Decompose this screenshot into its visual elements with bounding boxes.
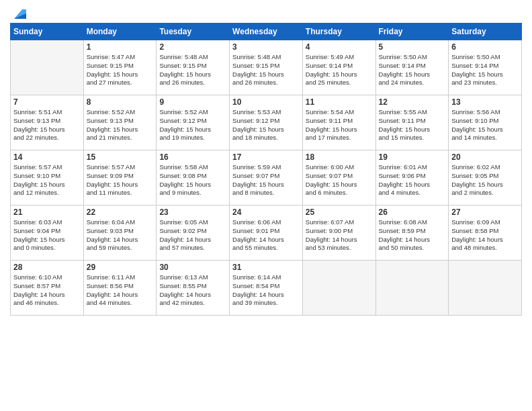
day-number: 24 — [232, 208, 300, 217]
weekday-tuesday: Tuesday — [157, 24, 230, 40]
sun-info: Sunrise: 6:11 AMSunset: 8:56 PMDaylight:… — [87, 273, 154, 308]
day-cell: 8Sunrise: 5:52 AMSunset: 9:13 PMDaylight… — [83, 95, 157, 150]
sun-info: Sunrise: 5:52 AMSunset: 9:13 PMDaylight:… — [87, 108, 154, 142]
day-cell: 21Sunrise: 6:03 AMSunset: 9:04 PMDayligh… — [11, 205, 84, 261]
day-cell: 5Sunrise: 5:50 AMSunset: 9:14 PMDaylight… — [375, 40, 449, 95]
day-cell: 20Sunrise: 6:02 AMSunset: 9:05 PMDayligh… — [449, 150, 522, 205]
day-cell: 12Sunrise: 5:55 AMSunset: 9:11 PMDayligh… — [375, 95, 449, 150]
sun-info: Sunrise: 5:59 AMSunset: 9:07 PMDaylight:… — [232, 163, 300, 197]
sun-info: Sunrise: 5:57 AMSunset: 9:09 PMDaylight:… — [87, 163, 154, 197]
day-cell: 14Sunrise: 5:57 AMSunset: 9:10 PMDayligh… — [11, 150, 84, 205]
day-cell: 22Sunrise: 6:04 AMSunset: 9:03 PMDayligh… — [83, 205, 157, 261]
day-number: 18 — [306, 152, 373, 162]
page: SundayMondayTuesdayWednesdayThursdayFrid… — [0, 0, 532, 411]
day-cell: 10Sunrise: 5:53 AMSunset: 9:12 PMDayligh… — [230, 95, 303, 150]
day-number: 27 — [451, 208, 519, 217]
sun-info: Sunrise: 6:07 AMSunset: 9:00 PMDaylight:… — [306, 218, 373, 253]
sun-info: Sunrise: 6:05 AMSunset: 9:02 PMDaylight:… — [159, 218, 226, 253]
day-number: 30 — [159, 263, 226, 272]
day-cell — [302, 261, 375, 316]
sun-info: Sunrise: 5:54 AMSunset: 9:11 PMDaylight:… — [306, 108, 373, 142]
day-cell: 25Sunrise: 6:07 AMSunset: 9:00 PMDayligh… — [302, 205, 375, 261]
sun-info: Sunrise: 5:52 AMSunset: 9:12 PMDaylight:… — [159, 108, 226, 142]
day-number: 1 — [87, 42, 154, 52]
week-row-2: 7Sunrise: 5:51 AMSunset: 9:13 PMDaylight… — [11, 95, 522, 150]
weekday-wednesday: Wednesday — [230, 24, 303, 40]
sun-info: Sunrise: 6:02 AMSunset: 9:05 PMDaylight:… — [451, 163, 519, 197]
day-cell: 18Sunrise: 6:00 AMSunset: 9:07 PMDayligh… — [302, 150, 375, 205]
day-number: 14 — [13, 152, 81, 162]
sun-info: Sunrise: 6:06 AMSunset: 9:01 PMDaylight:… — [232, 218, 300, 253]
sun-info: Sunrise: 5:47 AMSunset: 9:15 PMDaylight:… — [87, 53, 154, 87]
day-number: 16 — [159, 152, 226, 162]
day-cell: 15Sunrise: 5:57 AMSunset: 9:09 PMDayligh… — [83, 150, 157, 205]
day-number: 4 — [306, 42, 373, 52]
sun-info: Sunrise: 6:00 AMSunset: 9:07 PMDaylight:… — [306, 163, 373, 197]
sun-info: Sunrise: 5:49 AMSunset: 9:14 PMDaylight:… — [306, 53, 373, 87]
day-number: 28 — [13, 263, 81, 272]
day-cell — [449, 261, 522, 316]
day-cell: 3Sunrise: 5:48 AMSunset: 9:15 PMDaylight… — [230, 40, 303, 95]
logo — [10, 7, 26, 19]
day-cell: 7Sunrise: 5:51 AMSunset: 9:13 PMDaylight… — [11, 95, 84, 150]
sun-info: Sunrise: 5:56 AMSunset: 9:10 PMDaylight:… — [451, 108, 519, 142]
day-number: 13 — [451, 97, 519, 107]
day-cell: 4Sunrise: 5:49 AMSunset: 9:14 PMDaylight… — [302, 40, 375, 95]
sun-info: Sunrise: 6:09 AMSunset: 8:58 PMDaylight:… — [451, 218, 519, 253]
day-number: 10 — [232, 97, 300, 107]
day-number: 7 — [13, 97, 81, 107]
sun-info: Sunrise: 5:58 AMSunset: 9:08 PMDaylight:… — [159, 163, 226, 197]
weekday-saturday: Saturday — [449, 24, 522, 40]
day-number: 5 — [379, 42, 446, 52]
day-cell: 16Sunrise: 5:58 AMSunset: 9:08 PMDayligh… — [157, 150, 230, 205]
sun-info: Sunrise: 6:03 AMSunset: 9:04 PMDaylight:… — [13, 218, 81, 253]
day-number: 9 — [159, 97, 226, 107]
weekday-header-row: SundayMondayTuesdayWednesdayThursdayFrid… — [11, 24, 522, 40]
sun-info: Sunrise: 6:08 AMSunset: 8:59 PMDaylight:… — [379, 218, 446, 253]
day-cell: 2Sunrise: 5:48 AMSunset: 9:15 PMDaylight… — [157, 40, 230, 95]
weekday-friday: Friday — [375, 24, 449, 40]
day-number: 2 — [159, 42, 226, 52]
week-row-3: 14Sunrise: 5:57 AMSunset: 9:10 PMDayligh… — [11, 150, 522, 205]
day-cell: 24Sunrise: 6:06 AMSunset: 9:01 PMDayligh… — [230, 205, 303, 261]
day-number: 31 — [232, 263, 300, 272]
day-cell: 9Sunrise: 5:52 AMSunset: 9:12 PMDaylight… — [157, 95, 230, 150]
day-number: 20 — [451, 152, 519, 162]
week-row-1: 1Sunrise: 5:47 AMSunset: 9:15 PMDaylight… — [11, 40, 522, 95]
day-cell: 11Sunrise: 5:54 AMSunset: 9:11 PMDayligh… — [302, 95, 375, 150]
day-cell: 31Sunrise: 6:14 AMSunset: 8:54 PMDayligh… — [230, 261, 303, 316]
day-number: 15 — [87, 152, 154, 162]
sun-info: Sunrise: 5:48 AMSunset: 9:15 PMDaylight:… — [159, 53, 226, 87]
weekday-sunday: Sunday — [11, 24, 84, 40]
week-row-4: 21Sunrise: 6:03 AMSunset: 9:04 PMDayligh… — [11, 205, 522, 261]
day-cell: 26Sunrise: 6:08 AMSunset: 8:59 PMDayligh… — [375, 205, 449, 261]
day-number: 19 — [379, 152, 446, 162]
sun-info: Sunrise: 5:48 AMSunset: 9:15 PMDaylight:… — [232, 53, 300, 87]
day-cell — [11, 40, 84, 95]
sun-info: Sunrise: 6:01 AMSunset: 9:06 PMDaylight:… — [379, 163, 446, 197]
day-cell: 27Sunrise: 6:09 AMSunset: 8:58 PMDayligh… — [449, 205, 522, 261]
day-cell: 29Sunrise: 6:11 AMSunset: 8:56 PMDayligh… — [83, 261, 157, 316]
day-number: 21 — [13, 208, 81, 217]
sun-info: Sunrise: 5:50 AMSunset: 9:14 PMDaylight:… — [379, 53, 446, 87]
sun-info: Sunrise: 5:50 AMSunset: 9:14 PMDaylight:… — [451, 53, 519, 87]
day-number: 12 — [379, 97, 446, 107]
day-number: 26 — [379, 208, 446, 217]
day-number: 22 — [87, 208, 154, 217]
logo-icon — [11, 7, 26, 19]
day-cell: 17Sunrise: 5:59 AMSunset: 9:07 PMDayligh… — [230, 150, 303, 205]
day-cell — [375, 261, 449, 316]
day-cell: 19Sunrise: 6:01 AMSunset: 9:06 PMDayligh… — [375, 150, 449, 205]
day-cell: 23Sunrise: 6:05 AMSunset: 9:02 PMDayligh… — [157, 205, 230, 261]
sun-info: Sunrise: 5:57 AMSunset: 9:10 PMDaylight:… — [13, 163, 81, 197]
weekday-thursday: Thursday — [302, 24, 375, 40]
day-number: 8 — [87, 97, 154, 107]
day-cell: 6Sunrise: 5:50 AMSunset: 9:14 PMDaylight… — [449, 40, 522, 95]
day-cell: 28Sunrise: 6:10 AMSunset: 8:57 PMDayligh… — [11, 261, 84, 316]
sun-info: Sunrise: 6:10 AMSunset: 8:57 PMDaylight:… — [13, 273, 81, 308]
weekday-monday: Monday — [83, 24, 157, 40]
sun-info: Sunrise: 6:13 AMSunset: 8:55 PMDaylight:… — [159, 273, 226, 308]
day-number: 17 — [232, 152, 300, 162]
sun-info: Sunrise: 5:51 AMSunset: 9:13 PMDaylight:… — [13, 108, 81, 142]
day-cell: 1Sunrise: 5:47 AMSunset: 9:15 PMDaylight… — [83, 40, 157, 95]
